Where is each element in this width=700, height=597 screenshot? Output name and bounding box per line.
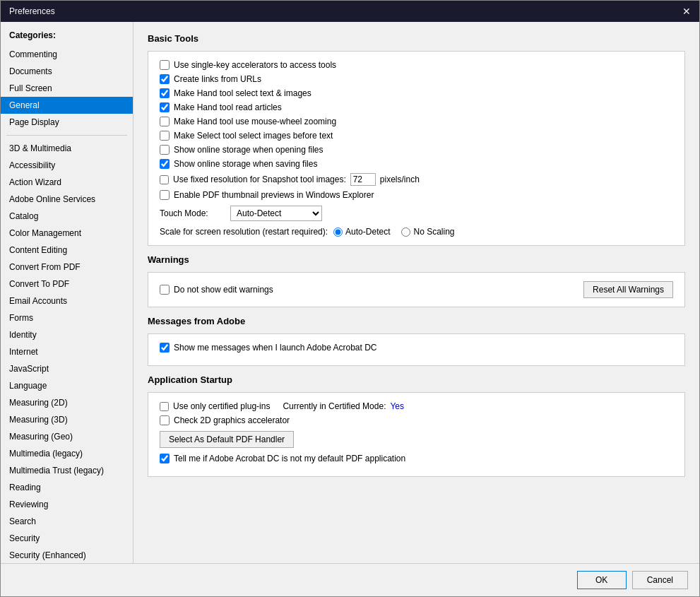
checkbox-row-single-key: Use single-key accelerators to access to… xyxy=(160,60,673,70)
sidebar-item-content-editing[interactable]: Content Editing xyxy=(1,242,133,259)
warnings-checkbox[interactable] xyxy=(160,285,170,295)
sidebar-item-security[interactable]: Security xyxy=(1,530,133,547)
ok-button[interactable]: OK xyxy=(577,571,627,589)
no-scaling-radio[interactable] xyxy=(401,227,410,237)
sidebar-item-javascript[interactable]: JavaScript xyxy=(1,360,133,377)
graphics-accelerator-label[interactable]: Check 2D graphics accelerator xyxy=(174,415,290,425)
tell-me-checkbox[interactable] xyxy=(160,454,170,463)
sidebar-divider xyxy=(6,135,127,136)
sidebar-item-general[interactable]: General xyxy=(1,97,133,114)
sidebar-item-email-accounts[interactable]: Email Accounts xyxy=(1,292,133,309)
sidebar-item-page-display[interactable]: Page Display xyxy=(1,114,133,131)
messages-checkbox[interactable] xyxy=(160,343,170,353)
sidebar-item-color-management[interactable]: Color Management xyxy=(1,225,133,242)
sidebar-item-action-wizard[interactable]: Action Wizard xyxy=(1,174,133,191)
pdf-thumbnail-checkbox[interactable] xyxy=(160,190,170,200)
dialog-footer: OK Cancel xyxy=(1,563,699,596)
sidebar-item-convert-to-pdf[interactable]: Convert To PDF xyxy=(1,276,133,292)
sidebar-item-multimedia-legacy[interactable]: Multimedia (legacy) xyxy=(1,445,133,462)
snapshot-resolution-label[interactable]: Use fixed resolution for Snapshot tool i… xyxy=(173,175,346,184)
sidebar-item-convert-from-pdf[interactable]: Convert From PDF xyxy=(1,259,133,276)
touch-mode-row: Touch Mode: Auto-Detect Touch Stylus xyxy=(160,206,673,221)
warnings-title: Warnings xyxy=(148,254,685,265)
checkbox-row-warnings: Do not show edit warnings xyxy=(160,285,273,295)
single-key-checkbox[interactable] xyxy=(160,60,170,70)
sidebar: Categories: Commenting Documents Full Sc… xyxy=(1,22,134,563)
sidebar-item-catalog[interactable]: Catalog xyxy=(1,208,133,225)
create-links-label[interactable]: Create links from URLs xyxy=(174,74,261,84)
single-key-label[interactable]: Use single-key accelerators to access to… xyxy=(174,60,336,70)
sidebar-header: Categories: xyxy=(1,28,133,46)
tell-me-label[interactable]: Tell me if Adobe Acrobat DC is not my de… xyxy=(174,454,405,463)
certified-mode-value: Yes xyxy=(390,401,404,411)
scale-row: Scale for screen resolution (restart req… xyxy=(160,227,673,237)
sidebar-item-internet[interactable]: Internet xyxy=(1,343,133,360)
title-bar: Preferences ✕ xyxy=(1,1,699,22)
graphics-accelerator-checkbox[interactable] xyxy=(160,415,170,425)
create-links-checkbox[interactable] xyxy=(160,74,170,84)
auto-detect-radio-label: Auto-Detect xyxy=(345,227,390,237)
cancel-button[interactable]: Cancel xyxy=(632,571,688,589)
select-tool-images-checkbox[interactable] xyxy=(160,131,170,141)
scale-label: Scale for screen resolution (restart req… xyxy=(160,227,328,237)
sidebar-item-commenting[interactable]: Commenting xyxy=(1,46,133,63)
auto-detect-radio[interactable] xyxy=(333,227,343,237)
no-scaling-radio-item[interactable]: No Scaling xyxy=(401,227,454,237)
sidebar-item-measuring-3d[interactable]: Measuring (3D) xyxy=(1,411,133,428)
hand-tool-zoom-checkbox[interactable] xyxy=(160,117,170,126)
snapshot-resolution-row: Use fixed resolution for Snapshot tool i… xyxy=(160,173,673,186)
checkbox-row-hand-tool-text: Make Hand tool select text & images xyxy=(160,88,673,98)
app-startup-section: Use only certified plug-ins Currently in… xyxy=(148,392,685,477)
certified-plugins-checkbox[interactable] xyxy=(160,402,169,411)
sidebar-item-adobe-online-services[interactable]: Adobe Online Services xyxy=(1,191,133,208)
default-pdf-button[interactable]: Select As Default PDF Handler xyxy=(160,431,294,448)
certified-plugins-label[interactable]: Use only certified plug-ins xyxy=(173,401,270,411)
checkbox-row-tell-me: Tell me if Adobe Acrobat DC is not my de… xyxy=(160,454,673,463)
dialog-body: Categories: Commenting Documents Full Sc… xyxy=(1,22,699,563)
snapshot-resolution-input[interactable] xyxy=(350,173,376,186)
messages-section: Show me messages when I launch Adobe Acr… xyxy=(148,333,685,366)
auto-detect-radio-item[interactable]: Auto-Detect xyxy=(333,227,390,237)
checkbox-row-select-tool-images: Make Select tool select images before te… xyxy=(160,131,673,141)
hand-tool-articles-label[interactable]: Make Hand tool read articles xyxy=(174,102,282,112)
show-online-opening-label[interactable]: Show online storage when opening files xyxy=(174,145,323,155)
pdf-thumbnail-label[interactable]: Enable PDF thumbnail previews in Windows… xyxy=(174,190,374,200)
checkbox-row-graphics: Check 2D graphics accelerator xyxy=(160,415,673,425)
hand-tool-articles-checkbox[interactable] xyxy=(160,102,170,112)
checkbox-row-create-links: Create links from URLs xyxy=(160,74,673,84)
show-online-saving-checkbox[interactable] xyxy=(160,159,170,169)
reset-warnings-button[interactable]: Reset All Warnings xyxy=(583,281,673,298)
default-pdf-row: Select As Default PDF Handler xyxy=(160,431,673,448)
scale-radio-group: Auto-Detect No Scaling xyxy=(333,227,454,237)
sidebar-item-search[interactable]: Search xyxy=(1,513,133,530)
sidebar-item-reading[interactable]: Reading xyxy=(1,479,133,496)
messages-label[interactable]: Show me messages when I launch Adobe Acr… xyxy=(174,343,377,353)
sidebar-item-identity[interactable]: Identity xyxy=(1,326,133,343)
close-button[interactable]: ✕ xyxy=(682,6,691,16)
sidebar-item-security-enhanced[interactable]: Security (Enhanced) xyxy=(1,547,133,563)
hand-tool-text-label[interactable]: Make Hand tool select text & images xyxy=(174,88,312,98)
sidebar-item-measuring-geo[interactable]: Measuring (Geo) xyxy=(1,428,133,445)
sidebar-item-language[interactable]: Language xyxy=(1,377,133,394)
basic-tools-title: Basic Tools xyxy=(148,33,685,44)
sidebar-item-accessibility[interactable]: Accessibility xyxy=(1,157,133,174)
sidebar-item-multimedia-trust-legacy[interactable]: Multimedia Trust (legacy) xyxy=(1,462,133,479)
warnings-row: Do not show edit warnings Reset All Warn… xyxy=(160,281,673,298)
sidebar-item-forms[interactable]: Forms xyxy=(1,309,133,326)
snapshot-unit-label: pixels/inch xyxy=(380,175,420,184)
sidebar-item-reviewing[interactable]: Reviewing xyxy=(1,496,133,513)
show-online-saving-label[interactable]: Show online storage when saving files xyxy=(174,159,317,169)
warnings-label[interactable]: Do not show edit warnings xyxy=(174,285,273,295)
warnings-section: Do not show edit warnings Reset All Warn… xyxy=(148,272,685,307)
sidebar-item-3d-multimedia[interactable]: 3D & Multimedia xyxy=(1,140,133,157)
touch-mode-select[interactable]: Auto-Detect Touch Stylus xyxy=(230,206,322,221)
select-tool-images-label[interactable]: Make Select tool select images before te… xyxy=(174,131,333,141)
sidebar-item-documents[interactable]: Documents xyxy=(1,63,133,80)
hand-tool-text-checkbox[interactable] xyxy=(160,88,170,98)
show-online-opening-checkbox[interactable] xyxy=(160,145,170,155)
sidebar-item-measuring-2d[interactable]: Measuring (2D) xyxy=(1,394,133,411)
snapshot-resolution-checkbox[interactable] xyxy=(160,175,169,184)
certified-row: Use only certified plug-ins Currently in… xyxy=(160,401,673,411)
sidebar-item-full-screen[interactable]: Full Screen xyxy=(1,80,133,97)
hand-tool-zoom-label[interactable]: Make Hand tool use mouse-wheel zooming xyxy=(174,117,336,126)
